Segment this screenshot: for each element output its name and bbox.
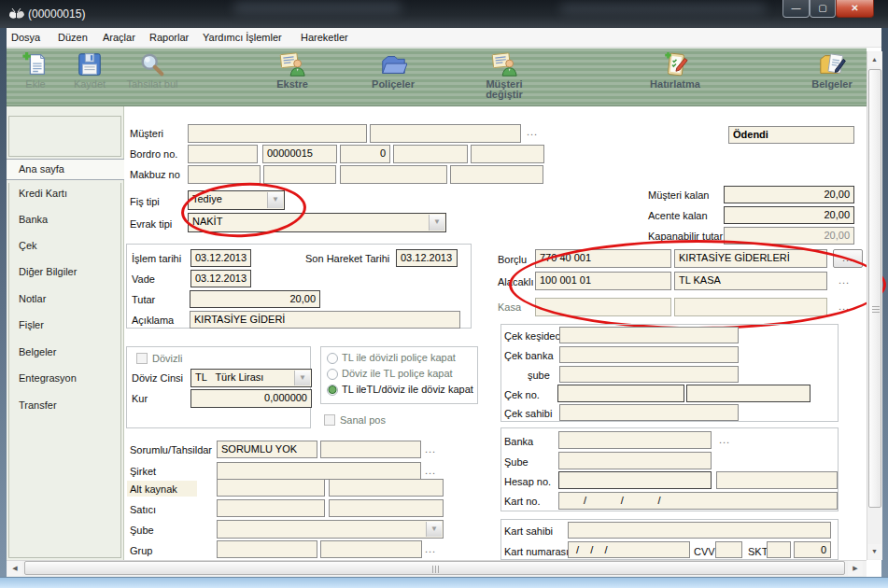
close-button[interactable]: ✕ (836, 0, 874, 18)
menu-yardimci-islemler[interactable]: Yardımcı İşlemler (203, 32, 282, 43)
kart-no-field[interactable]: / / / (558, 492, 838, 510)
musteri-name-field[interactable] (370, 124, 521, 143)
grup-browse-button[interactable]: ... (425, 543, 436, 554)
toolbar-tahsilat-bul-button[interactable]: Tahsilat bul (120, 50, 185, 105)
cek-no-field-2[interactable] (686, 385, 810, 402)
sirket-field[interactable] (217, 462, 421, 480)
toolbar-policeler-button[interactable]: Poliçeler (359, 50, 427, 105)
cek-sahibi-field[interactable] (559, 404, 739, 421)
sorumlu-name-field[interactable] (320, 441, 421, 458)
aciklama-field[interactable]: KIRTASİYE GİDERİ (190, 311, 460, 329)
sidebar-item-ana-sayfa[interactable]: Ana sayfa (7, 159, 124, 180)
alacakli-browse-button[interactable]: ... (839, 274, 850, 286)
banka-sube-field[interactable] (558, 452, 712, 469)
sidebar-item-kredi-karti[interactable]: Kredi Kartı (7, 184, 124, 203)
toolbar-kaydet-button[interactable]: Kaydet (63, 50, 116, 105)
banka-browse-button[interactable]: ... (719, 434, 730, 445)
kart-sahibi-field[interactable] (568, 522, 831, 539)
menu-duzen[interactable]: Düzen (58, 32, 88, 43)
menu-dosya[interactable]: Dosya (11, 32, 40, 43)
alt-kaynak-field-1[interactable] (217, 479, 325, 497)
cek-sube-field[interactable] (559, 366, 739, 383)
borclu-name-field[interactable]: KIRTASİYE GİDERLERİ (674, 249, 827, 268)
sanal-pos-checkbox[interactable] (324, 414, 335, 426)
islem-tarihi-field[interactable]: 03.12.2013 (190, 249, 251, 267)
scroll-right-icon[interactable]: ▶ (848, 561, 863, 576)
radio-doviz-ile-tl[interactable] (327, 369, 338, 380)
bordro-field-1[interactable] (188, 145, 258, 163)
bordro-field-4[interactable] (393, 145, 468, 163)
alacakli-code-field[interactable]: 100 001 01 (535, 272, 671, 290)
chevron-down-icon[interactable]: ▼ (426, 522, 442, 537)
banka-field[interactable] (558, 431, 712, 449)
bordro-field-5[interactable] (471, 145, 544, 163)
bordro-seq-field[interactable]: 0 (340, 145, 390, 163)
hesap-no-field-2[interactable] (716, 471, 838, 489)
satici-field-2[interactable] (329, 499, 444, 517)
kart-numarasi-field[interactable]: / / / (568, 541, 690, 558)
sube-select[interactable]: ▼ (217, 520, 444, 539)
musteri-browse-button[interactable]: ... (527, 126, 538, 137)
dovizli-checkbox[interactable] (136, 353, 148, 364)
sirket-browse-button[interactable]: ... (425, 465, 436, 476)
menu-raporlar[interactable]: Raporlar (149, 32, 189, 43)
grup-field-2[interactable] (320, 540, 422, 558)
sidebar-item-entegrasyon[interactable]: Entegrasyon (7, 369, 124, 387)
makbuz-field-3[interactable] (340, 165, 447, 184)
satici-field-1[interactable] (217, 499, 325, 517)
menu-araclar[interactable]: Araçlar (103, 32, 135, 43)
toolbar-ekstre-button[interactable]: Ekstre (261, 50, 323, 105)
alacakli-name-field[interactable]: TL KASA (674, 272, 827, 290)
fis-tipi-select[interactable]: Tediye ▼ (188, 190, 285, 210)
cek-banka-field[interactable] (559, 346, 739, 363)
makbuz-field-2[interactable] (263, 165, 336, 184)
sorumlu-browse-button[interactable]: ... (425, 443, 436, 455)
skt-field-2[interactable]: 0 (794, 541, 831, 558)
makbuz-field-4[interactable] (450, 165, 543, 184)
evrak-tipi-select[interactable]: NAKİT ▼ (188, 213, 446, 232)
skt-field-1[interactable] (767, 541, 791, 558)
sidebar-item-cek[interactable]: Çek (7, 236, 124, 255)
sidebar-item-notlar[interactable]: Notlar (7, 289, 124, 308)
vertical-scroll-thumb[interactable] (868, 69, 881, 508)
makbuz-field-1[interactable] (188, 165, 261, 184)
musteri-code-field[interactable] (188, 124, 367, 143)
sorumlu-field[interactable]: SORUMLU YOK (217, 441, 317, 458)
chevron-down-icon[interactable]: ▼ (267, 192, 283, 208)
kasa-name-field[interactable] (674, 298, 827, 316)
vade-field[interactable]: 03.12.2013 (190, 270, 251, 287)
radio-tl-doviz-kapat[interactable] (327, 385, 338, 396)
hesap-no-field-1[interactable] (558, 471, 712, 489)
alt-kaynak-field-2[interactable] (329, 479, 444, 497)
borclu-code-field[interactable]: 770 40 001 (535, 249, 671, 268)
scroll-down-icon[interactable]: ▼ (867, 544, 881, 559)
borclu-browse-button[interactable]: ... (833, 249, 863, 268)
chevron-down-icon[interactable]: ▼ (294, 371, 310, 385)
sidebar-item-banka[interactable]: Banka (7, 210, 124, 229)
sidebar-item-diger-bilgiler[interactable]: Diğer Bilgiler (7, 262, 124, 281)
toolbar-hatirlatma-button[interactable]: Hatırlatma (642, 50, 708, 105)
kasa-browse-button[interactable]: ... (839, 301, 850, 312)
kur-field[interactable]: 0,000000 (190, 389, 312, 408)
horizontal-scroll-thumb[interactable] (24, 561, 845, 575)
cek-kesideci-field[interactable] (559, 327, 739, 343)
son-hareket-tarihi-field[interactable]: 03.12.2013 (396, 249, 458, 267)
tutar-field[interactable]: 20,00 (190, 290, 320, 308)
sidebar-item-transfer[interactable]: Transfer (7, 396, 124, 414)
toolbar-musteri-degistir-button[interactable]: Müşteri değiştir (472, 50, 537, 105)
minimize-button[interactable]: — (782, 0, 810, 18)
radio-tl-ile-dovizli[interactable] (327, 353, 338, 364)
chevron-down-icon[interactable]: ▼ (429, 215, 444, 231)
sidebar-item-belgeler[interactable]: Belgeler (7, 343, 124, 361)
maximize-button[interactable]: ▢ (810, 0, 836, 18)
toolbar-ekle-button[interactable]: Ekle (9, 50, 62, 105)
scroll-up-icon[interactable]: ▲ (867, 52, 881, 67)
cek-no-field-1[interactable] (557, 385, 684, 402)
kasa-code-field[interactable] (535, 298, 671, 316)
bordro-no-field[interactable]: 00000015 (262, 145, 337, 163)
toolbar-belgeler-button[interactable]: Belgeler (798, 50, 866, 105)
cvv-field[interactable] (715, 541, 742, 558)
sidebar-item-fisler[interactable]: Fişler (7, 315, 124, 334)
doviz-cinsi-select[interactable]: TL Türk Lirası ▼ (190, 369, 312, 387)
menu-hareketler[interactable]: Hareketler (301, 32, 348, 43)
